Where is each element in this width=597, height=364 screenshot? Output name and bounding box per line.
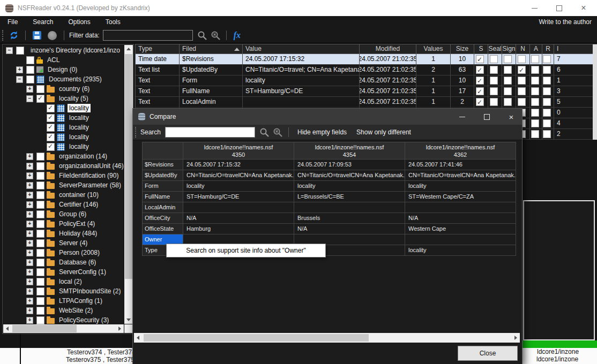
cell-a[interactable] xyxy=(530,86,542,97)
tree-item-label[interactable]: Holiday (484) xyxy=(57,229,99,238)
column-header-values[interactable]: Values xyxy=(416,44,451,54)
checkbox[interactable] xyxy=(36,297,44,305)
checkbox[interactable] xyxy=(26,75,34,84)
cell-i[interactable]: 4 xyxy=(554,118,597,129)
cell-field[interactable]: LocalAdmin xyxy=(180,97,243,108)
cell-modified[interactable]: 24.05.2007 21:02:35 xyxy=(360,75,416,86)
menu-write-to-author[interactable]: Write to the author xyxy=(539,18,597,26)
cell-size[interactable]: 2 xyxy=(451,97,474,108)
checkbox[interactable] xyxy=(36,307,44,315)
cell-n[interactable] xyxy=(516,65,530,75)
cell-n[interactable] xyxy=(516,54,530,65)
tree-item-label[interactable]: FileIdentification (90) xyxy=(57,171,120,180)
cell-n[interactable] xyxy=(516,86,530,97)
tree-item[interactable]: +ServerParameter (58) xyxy=(3,180,124,190)
tree-item[interactable]: +Certifier (146) xyxy=(3,200,124,209)
table-vertical-scrollbar[interactable] xyxy=(593,44,597,140)
checkbox[interactable] xyxy=(543,87,551,95)
tree-expander-plus-icon[interactable]: + xyxy=(26,298,33,305)
cell-field[interactable]: FullName xyxy=(180,86,243,97)
cell-values[interactable]: 1 xyxy=(416,86,451,97)
checkbox[interactable] xyxy=(543,119,551,127)
scrollbar-thumb[interactable] xyxy=(12,325,77,332)
cell-sign[interactable] xyxy=(502,97,516,108)
compare-cell[interactable]: L=Brussels/C=BE xyxy=(294,192,405,202)
cell-i[interactable]: 6 xyxy=(554,65,597,75)
column-header-size[interactable]: Size xyxy=(451,44,474,54)
checkbox[interactable] xyxy=(16,47,24,55)
checkbox[interactable] xyxy=(490,98,498,106)
cell-i[interactable]: 1 xyxy=(554,75,597,86)
column-header-sign[interactable]: Sign xyxy=(502,44,516,54)
checkbox[interactable] xyxy=(36,172,44,180)
checkbox[interactable] xyxy=(543,98,551,106)
checkbox[interactable] xyxy=(36,268,44,276)
tree-item[interactable]: +PolicyExt (4) xyxy=(3,219,124,229)
cell-sign[interactable] xyxy=(502,54,516,65)
tree-expander-plus-icon[interactable]: + xyxy=(26,192,33,199)
tree-expander-plus-icon[interactable]: + xyxy=(26,230,33,237)
cell-values[interactable]: 1 xyxy=(416,54,451,65)
scroll-left-icon[interactable] xyxy=(6,327,9,331)
compare-cell[interactable] xyxy=(405,234,516,245)
toolbar-grip[interactable] xyxy=(135,127,136,138)
cell-r[interactable] xyxy=(542,75,554,86)
compare-field-label[interactable]: $Revisions xyxy=(143,160,183,170)
checkbox[interactable] xyxy=(36,85,44,93)
compare-maximize-button[interactable] xyxy=(477,109,496,125)
checkbox[interactable] xyxy=(36,220,44,228)
checkbox[interactable] xyxy=(518,66,526,74)
compare-cell[interactable]: Brussels xyxy=(294,213,405,224)
compare-cell[interactable]: N/A xyxy=(294,224,405,234)
cell-seal[interactable] xyxy=(488,97,502,108)
cell-size[interactable]: 10 xyxy=(451,54,474,65)
cell-r[interactable] xyxy=(542,97,554,108)
cell-i[interactable]: 3 xyxy=(554,86,597,97)
compare-cell[interactable]: locality xyxy=(183,181,294,192)
checkbox[interactable] xyxy=(504,66,512,74)
tree-item-label[interactable]: Database (6) xyxy=(57,258,98,267)
compare-cell[interactable]: Western Cape xyxy=(405,224,516,234)
compare-cell[interactable]: CN=Titanic/O=travelCN=Ana Kapetanak... xyxy=(183,170,294,181)
compare-header-doc[interactable]: ldcore1/inzone!!names.nsf4354 xyxy=(294,142,405,160)
cell-r[interactable] xyxy=(542,65,554,75)
cell-r[interactable] xyxy=(542,54,554,65)
cell-values[interactable]: 1 xyxy=(416,97,451,108)
checkbox[interactable] xyxy=(531,55,539,63)
tree-item[interactable]: −Documents (2935) xyxy=(3,74,124,84)
tree-expander-minus-icon[interactable]: − xyxy=(26,95,33,102)
tree-item[interactable]: −locality (5) xyxy=(3,94,124,103)
checkbox[interactable] xyxy=(543,77,551,85)
checkbox[interactable] xyxy=(36,181,44,189)
tree-expander-plus-icon[interactable]: + xyxy=(26,259,33,266)
checkbox[interactable] xyxy=(36,239,44,247)
cell-seal[interactable] xyxy=(488,65,502,75)
cell-n[interactable] xyxy=(516,97,530,108)
checkbox[interactable] xyxy=(476,55,484,63)
checkbox[interactable] xyxy=(26,66,34,74)
tree-item-label[interactable]: ACL xyxy=(46,56,61,64)
toolbar-grip[interactable] xyxy=(2,30,3,41)
compare-close-action-button[interactable]: Close xyxy=(458,346,518,361)
tree-item-label[interactable]: Group (6) xyxy=(57,210,88,218)
tree-item[interactable]: +Holiday (484) xyxy=(3,229,124,238)
checkbox[interactable] xyxy=(490,55,498,63)
cell-a[interactable] xyxy=(530,118,542,129)
menu-file[interactable]: File xyxy=(0,18,25,26)
compare-cell[interactable]: ST=Western Cape/C=ZA xyxy=(405,192,516,202)
tree-item[interactable]: +Database (6) xyxy=(3,257,124,267)
tree-item[interactable]: locality xyxy=(3,103,124,113)
cell-modified[interactable]: 24.05.2007 21:02:35 xyxy=(360,65,416,75)
checkbox[interactable] xyxy=(26,56,34,64)
compare-close-button[interactable]: × xyxy=(502,109,521,125)
tree-item-label[interactable]: organizationalUnit (46) xyxy=(57,162,124,170)
tree-vertical-scrollbar[interactable] xyxy=(124,45,133,324)
checkbox[interactable] xyxy=(36,201,44,209)
checkbox[interactable] xyxy=(47,124,55,132)
column-header-value[interactable]: Value xyxy=(243,44,360,54)
tree-item-label[interactable]: Person (2008) xyxy=(57,248,101,257)
tree-expander-plus-icon[interactable]: + xyxy=(26,153,33,160)
tree-item-label[interactable]: locality (5) xyxy=(57,94,90,103)
tree-expander-plus-icon[interactable]: + xyxy=(26,240,33,247)
tree-item-label[interactable]: Certifier (146) xyxy=(57,200,100,209)
